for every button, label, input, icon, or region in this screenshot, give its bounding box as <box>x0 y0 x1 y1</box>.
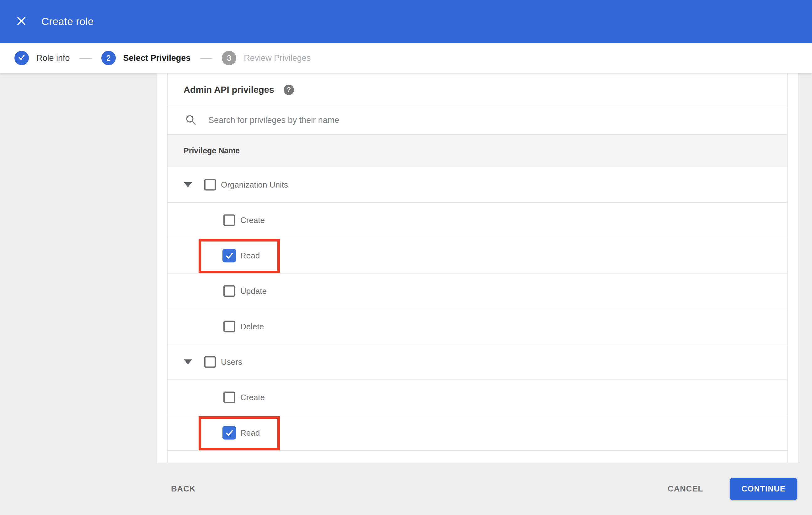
privilege-checkbox[interactable] <box>204 356 216 368</box>
help-icon[interactable]: ? <box>284 85 294 95</box>
dialog-title: Create role <box>41 16 94 28</box>
annotation-highlight-box <box>199 416 280 450</box>
close-button[interactable] <box>14 14 29 29</box>
step-label: Role info <box>36 53 70 63</box>
main-area: Admin API privileges ? Privilege Name Or… <box>0 73 812 463</box>
privilege-label: Read <box>240 251 260 261</box>
step-label: Select Privileges <box>123 53 191 63</box>
privilege-table-body: Organization Units Create Read Update <box>168 167 787 450</box>
back-button[interactable]: BACK <box>171 484 196 494</box>
privilege-row: Read <box>168 415 787 450</box>
privilege-checkbox[interactable] <box>223 426 236 440</box>
step-role-info[interactable]: Role info <box>14 51 70 65</box>
appbar: Create role <box>0 0 812 43</box>
table-header: Privilege Name <box>168 134 787 167</box>
privilege-label: Organization Units <box>221 180 288 190</box>
panel-title: Admin API privileges <box>183 85 274 95</box>
step-connector <box>200 58 212 59</box>
privilege-label: Read <box>240 428 260 438</box>
privilege-checkbox[interactable] <box>223 215 235 226</box>
privilege-row: Delete <box>168 309 787 344</box>
privilege-label: Update <box>240 286 267 296</box>
privilege-search-row <box>168 106 787 134</box>
checkmark-icon <box>225 428 234 437</box>
privilege-row: Users <box>168 344 787 380</box>
privilege-row: Update <box>168 273 787 309</box>
privilege-checkbox[interactable] <box>223 249 236 263</box>
stepper: Role info 2 Select Privileges 3 Review P… <box>0 43 812 73</box>
checkmark-icon <box>225 251 234 260</box>
step-review-privileges[interactable]: 3 Review Privileges <box>222 51 311 65</box>
privilege-checkbox[interactable] <box>223 285 235 297</box>
right-rail-background <box>799 73 812 463</box>
privilege-label: Delete <box>240 322 264 332</box>
privilege-row: Read <box>168 238 787 273</box>
panel-heading: Admin API privileges ? <box>168 73 787 106</box>
step-number-circle: 3 <box>222 51 236 65</box>
privilege-row: Create <box>168 202 787 238</box>
step-select-privileges[interactable]: 2 Select Privileges <box>102 51 191 65</box>
footer-bar: BACK CANCEL CONTINUE <box>0 463 812 515</box>
cancel-button[interactable]: CANCEL <box>668 484 703 494</box>
privilege-label: Users <box>221 357 242 367</box>
step-connector <box>79 58 92 59</box>
privilege-label: Create <box>240 215 265 225</box>
step-label: Review Privileges <box>244 53 311 63</box>
check-icon <box>17 52 26 64</box>
privilege-row: Create <box>168 380 787 415</box>
step-complete-circle <box>14 51 29 65</box>
expand-arrow-icon[interactable] <box>184 182 192 187</box>
search-input[interactable] <box>208 115 679 125</box>
close-icon <box>16 15 27 28</box>
privilege-row-partial <box>168 450 787 463</box>
expand-arrow-icon[interactable] <box>184 359 192 364</box>
left-rail-background <box>0 73 157 463</box>
privilege-row: Organization Units <box>168 167 787 202</box>
continue-button[interactable]: CONTINUE <box>730 478 797 500</box>
privilege-checkbox[interactable] <box>223 392 235 403</box>
step-number-circle: 2 <box>102 51 116 65</box>
privilege-label: Create <box>240 393 265 402</box>
privilege-checkbox[interactable] <box>223 321 235 332</box>
privilege-checkbox[interactable] <box>204 179 216 191</box>
privileges-panel: Admin API privileges ? Privilege Name Or… <box>167 73 787 463</box>
annotation-highlight-box <box>199 239 280 273</box>
search-icon <box>185 114 196 127</box>
